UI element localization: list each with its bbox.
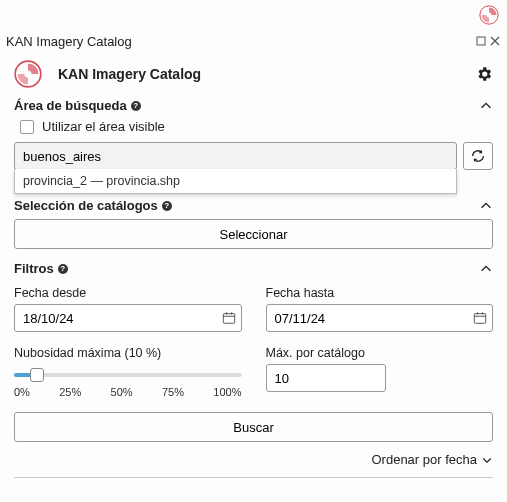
kan-logo-icon [14, 60, 42, 88]
chevron-up-icon[interactable] [479, 99, 493, 113]
date-from-label: Fecha desde [14, 286, 242, 300]
chevron-down-icon[interactable] [481, 454, 493, 466]
date-to-label: Fecha hasta [266, 286, 494, 300]
search-button[interactable]: Buscar [14, 412, 493, 442]
visible-area-checkbox[interactable] [20, 120, 34, 134]
max-per-catalog-input[interactable] [266, 364, 386, 392]
slider-tick: 25% [59, 386, 81, 398]
section-head-area: Área de búsqueda ? [14, 98, 493, 113]
max-per-catalog-label: Máx. por catálogo [266, 346, 494, 360]
panel-close-icon[interactable] [489, 35, 501, 47]
slider-tick: 0% [14, 386, 30, 398]
visible-area-label: Utilizar el área visible [42, 119, 165, 134]
section-head-filters: Filtros ? [14, 261, 493, 276]
cloud-label: Nubosidad máxima (10 %) [14, 346, 242, 360]
svg-point-4 [25, 71, 32, 78]
date-from-input[interactable] [14, 304, 242, 332]
panel-header-title: KAN Imagery Catalog [6, 34, 132, 49]
chevron-up-icon[interactable] [479, 199, 493, 213]
autocomplete-suggestion[interactable]: provincia_2 — provincia.shp [14, 169, 457, 194]
area-section-title: Área de búsqueda [14, 98, 127, 113]
slider-tick: 75% [162, 386, 184, 398]
help-icon[interactable]: ? [162, 201, 172, 211]
slider-tick: 50% [111, 386, 133, 398]
slider-tick: 100% [213, 386, 241, 398]
refresh-icon [470, 148, 486, 164]
results-divider [14, 477, 493, 487]
cloud-slider[interactable] [14, 368, 242, 382]
window-title-bar [0, 0, 507, 30]
svg-point-1 [487, 13, 492, 18]
kan-logo-icon [479, 5, 499, 25]
order-by-label[interactable]: Ordenar por fecha [371, 452, 477, 467]
date-to-input[interactable] [266, 304, 494, 332]
panel-undock-icon[interactable] [475, 35, 487, 47]
refresh-button[interactable] [463, 142, 493, 170]
help-icon[interactable]: ? [131, 101, 141, 111]
chevron-up-icon[interactable] [479, 262, 493, 276]
catalogs-section-title: Selección de catálogos [14, 198, 158, 213]
panel-title: KAN Imagery Catalog [58, 66, 201, 82]
filters-section-title: Filtros [14, 261, 54, 276]
select-catalogs-button[interactable]: Seleccionar [14, 219, 493, 249]
area-search-input[interactable] [14, 142, 457, 170]
panel-header: KAN Imagery Catalog [0, 30, 507, 52]
section-head-catalogs: Selección de catálogos ? [14, 198, 493, 213]
svg-rect-2 [477, 37, 485, 45]
help-icon[interactable]: ? [58, 264, 68, 274]
gear-icon[interactable] [475, 65, 493, 83]
